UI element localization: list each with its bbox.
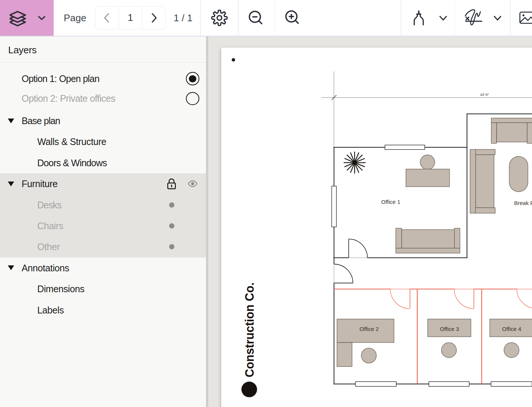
svg-text:Break Room: Break Room — [514, 200, 532, 206]
svg-text:24'-0": 24'-0" — [480, 93, 489, 97]
svg-text:Office 3: Office 3 — [440, 326, 459, 332]
svg-text:Construction Co.: Construction Co. — [242, 283, 256, 378]
svg-text:Office 1: Office 1 — [381, 199, 400, 205]
svg-text:Office 2: Office 2 — [360, 326, 379, 332]
svg-text:Office 4: Office 4 — [502, 326, 521, 332]
